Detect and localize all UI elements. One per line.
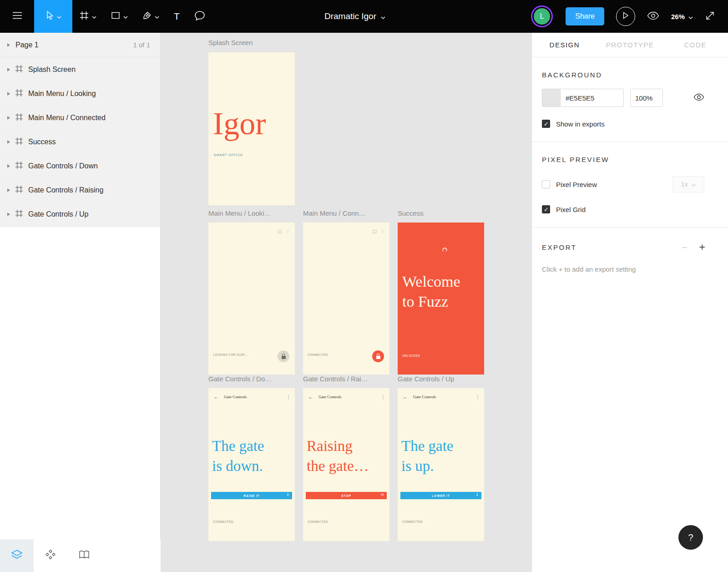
frame-label-gate-raising[interactable]: Gate Controls / Rai… [303, 375, 368, 383]
frame-gate-controls-down[interactable]: ← Gate Controls ⋮ The gate is down. RAIS… [208, 388, 295, 541]
avatar[interactable]: L [534, 8, 550, 25]
export-header: EXPORT − + [542, 241, 718, 253]
frame-label-splash[interactable]: Splash Screen [208, 39, 253, 46]
layer-row-success[interactable]: Success [0, 130, 160, 154]
zoom-control[interactable]: 26% [671, 13, 693, 20]
lock-fab [278, 350, 289, 362]
disclosure-caret-icon[interactable] [7, 116, 10, 120]
move-tool-button[interactable] [34, 0, 72, 33]
gate-status-heading: Raising the gate… [307, 436, 369, 476]
remove-export-icon[interactable]: − [682, 242, 687, 253]
document-title[interactable]: Dramatic Igor [324, 0, 385, 33]
hex-color-field[interactable] [561, 89, 623, 106]
panel-tabs: DESIGN PROTOTYPE CODE [532, 33, 728, 57]
frame-label-success[interactable]: Success [398, 209, 424, 217]
kebab-menu-icon: ⋮ [286, 395, 291, 400]
lower-button-label: LOWER IT [432, 494, 450, 497]
frame-label-gate-down[interactable]: Gate Controls / Do… [208, 375, 272, 383]
layers-tab-button[interactable] [0, 539, 34, 572]
frame-label-menu-looking[interactable]: Main Menu / Looki… [208, 209, 271, 217]
pixel-grid-label: Pixel Grid [556, 206, 586, 213]
tab-code[interactable]: CODE [662, 33, 728, 57]
layer-name: Gate Controls / Down [28, 162, 98, 170]
back-arrow-icon: ← [403, 394, 408, 400]
preview-button[interactable] [647, 11, 659, 22]
pixel-preview-row: Pixel Preview 1x [542, 176, 718, 192]
present-button[interactable] [616, 7, 635, 26]
question-mark-icon: ? [688, 532, 693, 543]
frame-success[interactable]: Welcome to Fuzz UNLOCKED [398, 223, 484, 375]
frame-header-icons: ▢ ⋮ [373, 229, 385, 234]
splash-title: Igor [213, 108, 266, 140]
main-menu-button[interactable] [0, 0, 34, 33]
disclosure-caret-icon[interactable] [7, 164, 10, 168]
gate-heading-line2: is up. [401, 456, 454, 476]
raise-button: RAISE IT ↥ [211, 492, 292, 499]
canvas[interactable]: Splash Screen Igor SMART OFFICE Main Men… [161, 33, 531, 572]
tab-design[interactable]: DESIGN [532, 33, 597, 57]
gate-status-heading: The gate is down. [212, 436, 264, 476]
color-swatch[interactable] [542, 89, 561, 106]
eye-icon [647, 11, 659, 22]
frame-main-menu-connected[interactable]: ▢ ⋮ CONNECTED. [303, 223, 389, 375]
gate-appbar: ← Gate Controls ⋮ [403, 394, 480, 400]
frame-tool-button[interactable] [72, 0, 104, 33]
scale-tool-button[interactable] [705, 10, 715, 23]
kebab-menu-icon: ⋮ [380, 229, 385, 234]
disclosure-caret-icon[interactable] [7, 92, 10, 96]
kebab-menu-icon: ⋮ [381, 395, 385, 400]
disclosure-caret-icon[interactable] [7, 188, 10, 192]
add-export-icon[interactable]: + [699, 241, 705, 253]
disclosure-caret-icon[interactable] [7, 213, 10, 216]
layer-name: Main Menu / Connected [28, 114, 106, 122]
gate-heading-line1: The gate [212, 436, 264, 456]
shape-tool-button[interactable] [104, 0, 135, 33]
resize-icon [705, 10, 715, 23]
frame-label-gate-up[interactable]: Gate Controls / Up [398, 375, 454, 383]
frame-main-menu-looking[interactable]: ▢ ⋮ LOOKING FOR IGOR... [208, 223, 295, 375]
disclosure-caret-icon[interactable] [7, 140, 10, 144]
book-icon [79, 550, 90, 561]
pixel-preview-checkbox[interactable] [542, 180, 550, 188]
frame-label-menu-connected[interactable]: Main Menu / Conn… [303, 209, 366, 217]
sidebar-bottom-toolbar [0, 539, 161, 572]
visibility-toggle[interactable] [693, 93, 704, 103]
comment-tool-button[interactable] [187, 0, 212, 33]
layer-row-gate-controls-raising[interactable]: Gate Controls / Raising [0, 178, 160, 202]
pages-header[interactable]: Page 1 1 of 1 [0, 33, 160, 57]
gate-status-heading: The gate is up. [401, 436, 454, 476]
pixel-grid-checkbox[interactable] [542, 205, 550, 213]
layer-name: Success [28, 138, 56, 146]
help-button[interactable]: ? [678, 525, 703, 550]
frame-gate-controls-up[interactable]: ← Gate Controls ⋮ The gate is up. LOWER … [398, 388, 484, 541]
layer-row-gate-controls-down[interactable]: Gate Controls / Down [0, 154, 160, 178]
lower-icon: ↧ [475, 493, 479, 497]
background-heading: BACKGROUND [542, 71, 718, 79]
show-in-exports-row: Show in exports [542, 120, 718, 128]
opacity-field[interactable] [630, 89, 663, 107]
components-tab-button[interactable] [34, 539, 67, 572]
rectangle-tool-icon [111, 11, 120, 22]
library-tab-button[interactable] [67, 539, 101, 572]
raise-button-label: RAISE IT [243, 494, 259, 497]
gate-appbar-title: Gate Controls [224, 395, 247, 399]
pen-tool-button[interactable] [135, 0, 167, 33]
frame-gate-controls-raising[interactable]: ← Gate Controls ⋮ Raising the gate… STOP… [303, 388, 389, 541]
text-tool-button[interactable]: T [167, 0, 187, 33]
pen-tool-icon [142, 11, 152, 22]
layer-row-main-menu-looking[interactable]: Main Menu / Looking [0, 81, 160, 106]
gate-appbar: ← Gate Controls ⋮ [213, 394, 291, 400]
show-in-exports-checkbox[interactable] [542, 120, 550, 128]
layer-row-main-menu-connected[interactable]: Main Menu / Connected [0, 106, 160, 130]
disclosure-caret-icon[interactable] [7, 68, 10, 71]
pixel-preview-scale-select[interactable]: 1x [672, 176, 704, 192]
unlocked-status-text: UNLOCKED [402, 354, 420, 357]
share-button[interactable]: Share [566, 7, 604, 25]
text-tool-icon: T [174, 11, 180, 22]
layer-row-splash-screen[interactable]: Splash Screen [0, 57, 160, 81]
disclosure-caret-icon[interactable] [7, 43, 10, 47]
back-arrow-icon: ← [213, 394, 218, 400]
layer-row-gate-controls-up[interactable]: Gate Controls / Up [0, 202, 160, 226]
tab-prototype[interactable]: PROTOTYPE [597, 33, 663, 57]
frame-splash-screen[interactable]: Igor SMART OFFICE [208, 52, 295, 205]
